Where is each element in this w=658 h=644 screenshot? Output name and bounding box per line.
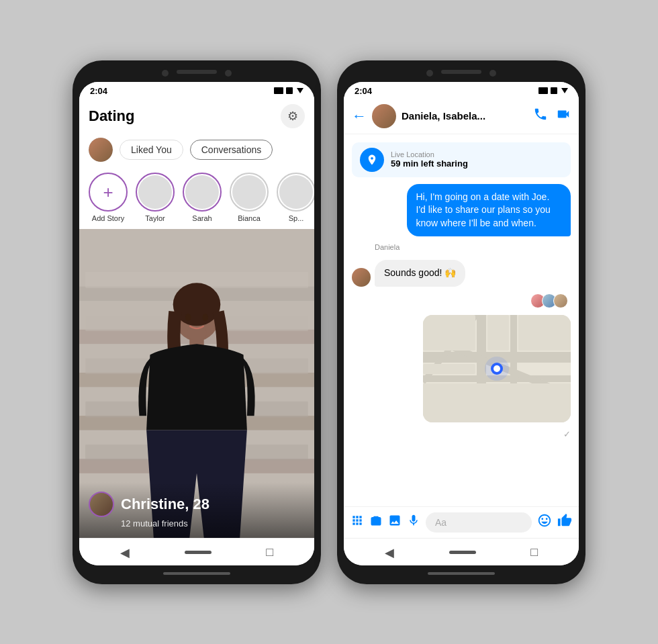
camera-icon[interactable]: [369, 514, 383, 531]
signal-icon: [286, 87, 293, 94]
card-info-overlay: Christine, 28 12 mutual friends: [79, 482, 314, 538]
speaker-2: [441, 70, 481, 74]
conversations-tab[interactable]: Conversations: [190, 140, 273, 160]
home-button[interactable]: [185, 551, 211, 554]
story-bianca[interactable]: Bianca: [230, 173, 269, 222]
home-indicator-2: [428, 572, 495, 575]
story-avatar-bianca: [232, 175, 266, 209]
phone-top-bar: [79, 70, 314, 77]
back-nav-button-2[interactable]: ◀: [385, 545, 394, 560]
speaker: [177, 70, 217, 74]
live-location-label: Live Location: [391, 150, 468, 158]
story-avatar-sp: [279, 175, 313, 209]
thumbsup-button[interactable]: [557, 513, 572, 532]
outgoing-bubble-1: Hi, I'm going on a date with Joe. I'd li…: [407, 184, 571, 237]
incoming-bubble-wrapper: Sounds good! 🙌: [352, 260, 571, 287]
nav-bar: ◀ □: [79, 538, 314, 565]
story-label-bianca: Bianca: [238, 214, 261, 222]
chat-area: Live Location 59 min left sharing Hi, I'…: [344, 134, 579, 506]
location-icon: [360, 148, 384, 172]
sender-name-daniela: Daniela: [352, 243, 571, 251]
card-person-name: Christine, 28: [89, 492, 305, 517]
story-label-add: Add Story: [92, 214, 124, 222]
profile-tab-avatar[interactable]: [89, 138, 113, 162]
home-button-2[interactable]: [449, 551, 476, 554]
svg-point-15: [185, 314, 191, 321]
story-sp[interactable]: Sp...: [277, 173, 314, 222]
status-icons: [274, 87, 303, 94]
daniela-avatar: [352, 268, 371, 287]
story-avatar-taylor: [138, 175, 172, 209]
story-circle-sarah[interactable]: [183, 173, 222, 212]
battery-icon: [274, 87, 283, 94]
gear-icon: ⚙: [287, 109, 298, 124]
story-taylor[interactable]: Taylor: [136, 173, 175, 222]
svg-rect-25: [487, 315, 509, 351]
messenger-screen: 2:04 ← Daniela, Isabela...: [344, 82, 579, 565]
add-story-circle[interactable]: +: [89, 173, 128, 212]
dating-tabs: Liked You Conversations: [79, 134, 314, 166]
svg-rect-26: [518, 315, 571, 351]
dating-screen: 2:04 Dating ⚙ Liked You Conversations: [79, 82, 314, 565]
dating-card[interactable]: Christine, 28 12 mutual friends: [79, 229, 314, 538]
front-sensor: [225, 70, 232, 77]
story-circle-bianca[interactable]: [230, 173, 269, 212]
story-sarah[interactable]: Sarah: [183, 173, 222, 222]
back-nav-button[interactable]: ◀: [120, 545, 130, 560]
mic-icon[interactable]: [407, 514, 420, 531]
contact-name: Daniela, Isabela...: [402, 110, 528, 122]
liked-you-tab[interactable]: Liked You: [120, 140, 183, 160]
read-receipt-check: ✓: [563, 429, 571, 439]
svg-point-31: [493, 365, 500, 372]
map-bubble[interactable]: [423, 315, 571, 422]
page-title: Dating: [89, 107, 281, 125]
message-input[interactable]: Aa: [426, 512, 532, 533]
story-add[interactable]: + Add Story: [89, 173, 128, 222]
overview-nav-button-2[interactable]: □: [530, 545, 538, 559]
contact-avatar: [372, 104, 396, 128]
phone-top-bar-2: [344, 70, 579, 77]
phone-bottom-bar-2: [344, 572, 579, 575]
svg-rect-24: [423, 315, 475, 351]
phone-call-button[interactable]: [533, 107, 548, 125]
story-circle-taylor[interactable]: [136, 173, 175, 212]
story-circle-sp[interactable]: [277, 173, 314, 212]
back-button[interactable]: ←: [352, 107, 367, 125]
dating-header: Dating ⚙: [79, 99, 314, 134]
front-camera-2: [426, 70, 433, 77]
video-call-button[interactable]: [556, 107, 571, 125]
svg-point-16: [203, 314, 209, 321]
phone-dating: 2:04 Dating ⚙ Liked You Conversations: [73, 60, 321, 584]
wifi-icon-2: [561, 88, 568, 93]
messenger-header: ← Daniela, Isabela...: [344, 99, 579, 134]
svg-rect-28: [423, 383, 571, 422]
status-bar-2: 2:04: [344, 82, 579, 99]
status-time: 2:04: [90, 86, 107, 96]
svg-rect-27: [423, 364, 475, 374]
person-name-text: Christine, 28: [121, 496, 209, 513]
front-camera: [162, 70, 169, 77]
phone-bottom-bar: [79, 572, 314, 575]
battery-icon-2: [538, 87, 548, 94]
story-label-sp: Sp...: [289, 214, 304, 222]
map-background: [423, 315, 571, 422]
mutual-friends: 12 mutual friends: [89, 518, 305, 528]
incoming-bubble-1: Sounds good! 🙌: [375, 260, 465, 287]
status-bar: 2:04: [79, 82, 314, 99]
overview-nav-button[interactable]: □: [266, 545, 273, 559]
card-avatar: [89, 492, 114, 517]
photo-icon[interactable]: [388, 514, 402, 531]
signal-icon-2: [551, 87, 557, 94]
live-location-banner[interactable]: Live Location 59 min left sharing: [352, 142, 571, 177]
settings-button[interactable]: ⚙: [281, 104, 305, 128]
story-avatar-sarah: [185, 175, 219, 209]
emoji-button[interactable]: [537, 513, 552, 532]
grid-icon[interactable]: [350, 514, 364, 531]
live-location-time: 59 min left sharing: [391, 158, 468, 169]
home-indicator: [163, 572, 230, 575]
status-icons-2: [538, 87, 568, 94]
phone-messenger: 2:04 ← Daniela, Isabela...: [337, 60, 585, 584]
receipt-avatar-3: [553, 293, 568, 308]
live-location-text: Live Location 59 min left sharing: [391, 150, 468, 169]
chat-input-bar: Aa: [344, 506, 579, 538]
